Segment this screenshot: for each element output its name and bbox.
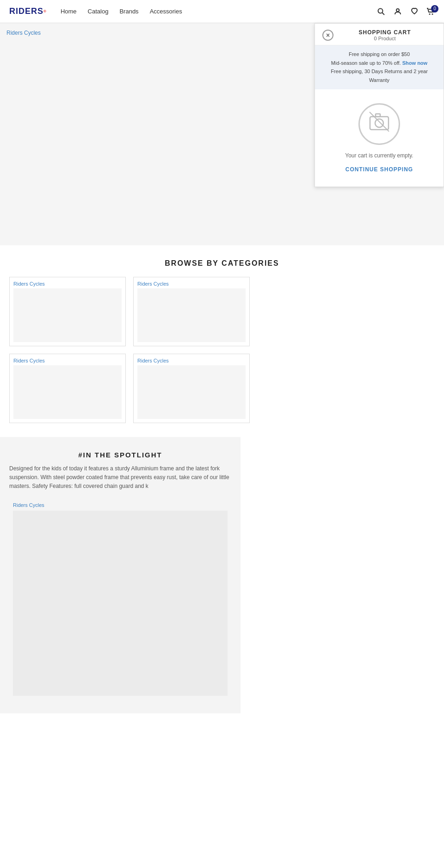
catalog-link[interactable]: Catalog	[88, 8, 109, 15]
categories-section: BROWSE BY CATEGORIES Riders Cycles Rider…	[0, 245, 444, 437]
svg-point-6	[375, 119, 383, 127]
cart-empty-text: Your cart is currently empty.	[345, 152, 413, 159]
accessories-link[interactable]: Accessories	[150, 8, 182, 15]
category-card-1[interactable]: Riders Cycles	[9, 277, 126, 346]
cart-header: × SHOPPING CART 0 Product	[315, 24, 444, 45]
category-label-2: Riders Cycles	[137, 281, 246, 287]
logo-text: RIDERS	[9, 6, 43, 16]
cart-promo-line2-prefix: Mid-season sale up to 70% off.	[331, 60, 401, 66]
spotlight-product[interactable]: Riders Cycles	[9, 499, 231, 699]
cart-promo-line3: Free shipping, 30 Days Returns and 2 yea…	[322, 67, 436, 84]
cart-promo-bar: Free shipping on order $50 Mid-season sa…	[315, 45, 444, 89]
brands-link[interactable]: Brands	[119, 8, 138, 15]
category-card-3[interactable]: Riders Cycles	[9, 354, 126, 423]
svg-point-3	[429, 13, 431, 15]
svg-point-0	[378, 8, 383, 13]
navbar: RIDERS® Home Catalog Brands Accessories	[0, 0, 444, 23]
show-now-link[interactable]: Show now	[402, 60, 427, 66]
category-image-4	[137, 365, 246, 419]
svg-line-7	[370, 112, 389, 131]
cart-promo-line2: Mid-season sale up to 70% off. Show now	[322, 59, 436, 68]
categories-grid: Riders Cycles Riders Cycles Riders Cycle…	[9, 277, 250, 423]
user-icon[interactable]	[393, 7, 402, 16]
spotlight-description: Designed for the kids of today it featur…	[9, 464, 231, 491]
svg-line-1	[382, 12, 385, 15]
cart-empty-icon	[358, 103, 400, 145]
category-label-4: Riders Cycles	[137, 358, 246, 363]
cart-dropdown: × SHOPPING CART 0 Product Free shipping …	[314, 23, 444, 187]
continue-shopping-link[interactable]: CONTINUE SHOPPING	[345, 166, 413, 173]
categories-title: BROWSE BY CATEGORIES	[9, 259, 435, 268]
svg-point-4	[432, 13, 433, 15]
no-camera-icon	[368, 110, 391, 137]
spotlight-product-label: Riders Cycles	[13, 502, 228, 508]
category-card-4[interactable]: Riders Cycles	[133, 354, 250, 423]
cart-empty-body: Your cart is currently empty. CONTINUE S…	[315, 89, 444, 187]
spotlight-product-image	[13, 511, 228, 696]
nav-links: Home Catalog Brands Accessories	[61, 8, 376, 15]
nav-icons: 0	[376, 7, 435, 16]
cart-close-button[interactable]: ×	[322, 30, 333, 41]
cart-title: SHOPPING CART	[333, 29, 436, 36]
svg-rect-8	[376, 114, 380, 117]
category-image-3	[13, 365, 122, 419]
site-logo[interactable]: RIDERS®	[9, 6, 47, 16]
breadcrumb[interactable]: Riders Cycles	[6, 30, 41, 36]
category-label-3: Riders Cycles	[13, 358, 122, 363]
logo-sup: ®	[43, 9, 47, 13]
spotlight-section: #IN THE SPOTLIGHT Designed for the kids …	[0, 437, 240, 713]
category-label-1: Riders Cycles	[13, 281, 122, 287]
spotlight-title: #IN THE SPOTLIGHT	[9, 451, 231, 459]
category-image-1	[13, 288, 122, 342]
cart-promo-line1: Free shipping on order $50	[322, 50, 436, 59]
wishlist-icon[interactable]	[410, 7, 419, 16]
svg-point-2	[396, 9, 399, 12]
cart-icon-wrap[interactable]: 0	[426, 8, 435, 15]
category-card-2[interactable]: Riders Cycles	[133, 277, 250, 346]
cart-badge: 0	[431, 5, 438, 12]
hero-area: Riders Cycles × SHOPPING CART 0 Product …	[0, 23, 444, 245]
cart-product-count: 0 Product	[333, 36, 436, 41]
cart-title-block: SHOPPING CART 0 Product	[333, 29, 436, 41]
category-image-2	[137, 288, 246, 342]
search-icon[interactable]	[376, 7, 386, 16]
home-link[interactable]: Home	[61, 8, 77, 15]
